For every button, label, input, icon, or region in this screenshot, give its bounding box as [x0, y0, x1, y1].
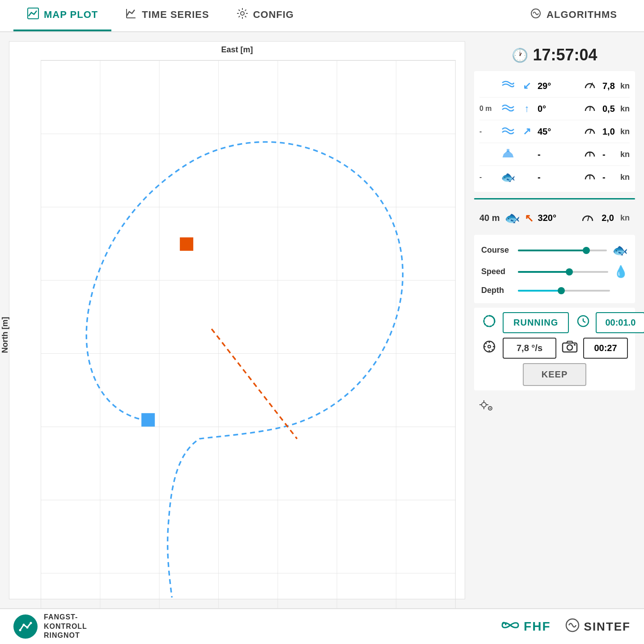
- svg-line-26: [590, 106, 590, 111]
- fhf-text: FHF: [524, 619, 551, 634]
- current-0m-unit: kn: [620, 104, 630, 114]
- timer-clock-icon: [576, 314, 590, 331]
- svg-point-56: [26, 626, 29, 628]
- speed-track[interactable]: [518, 271, 608, 273]
- current-0m-speed: 0,5: [602, 104, 617, 114]
- wind-unit: kn: [620, 81, 630, 91]
- course-slider-row: Course 🐟: [481, 239, 628, 261]
- sensor-rows: ↙ 29° 7,8 kn 0 m ↑ 0°: [474, 71, 635, 192]
- svg-point-54: [19, 629, 21, 631]
- speed-thumb[interactable]: [566, 268, 573, 275]
- current-0m-gauge: [584, 101, 596, 116]
- current-0m-row: 0 m ↑ 0° 0,5 kn: [479, 97, 630, 120]
- time-display: 🕐 17:57:04: [474, 41, 635, 67]
- nav-config-label: CONFIG: [253, 9, 294, 21]
- svg-rect-24: [141, 413, 155, 427]
- fhf-infinity-icon: [500, 619, 520, 635]
- rate-display: 7,8 °/s: [503, 338, 556, 359]
- current-0m-arrow: ↑: [520, 103, 534, 114]
- clock-icon: 🕐: [512, 47, 528, 63]
- ship-row: - - kn: [479, 143, 630, 166]
- fish-depth-gauge: [581, 210, 594, 226]
- sliders-section: Course 🐟 Speed 💧 Depth: [474, 235, 635, 303]
- current-0m-angle: 0°: [538, 104, 564, 114]
- sintef-text: SINTEF: [584, 620, 631, 634]
- time-series-icon: [125, 7, 137, 23]
- time2-display: 00:27: [583, 338, 628, 359]
- x-axis-title: East [m]: [221, 45, 253, 55]
- ship-icon: [500, 147, 516, 162]
- current-time: 17:57:04: [533, 46, 597, 64]
- speed-label: Speed: [481, 267, 513, 276]
- config-icon: [236, 7, 249, 23]
- svg-point-3: [241, 12, 244, 15]
- wind-angle: 29°: [538, 81, 564, 91]
- fish-depth-icon: 🐟: [504, 211, 520, 225]
- logo-circle: [13, 614, 38, 639]
- ship-gauge: [584, 147, 596, 162]
- course-thumb[interactable]: [583, 247, 590, 254]
- nav-map-plot[interactable]: MAP PLOT: [13, 0, 111, 31]
- controls-row-1: RUNNING 00:01.0: [481, 312, 628, 333]
- fhf-logo: FHF: [500, 619, 551, 635]
- ship-angle: -: [538, 149, 564, 160]
- svg-point-52: [490, 408, 491, 409]
- current-0m-icon: [500, 102, 516, 116]
- nav-algorithms[interactable]: ALGORITHMS: [516, 0, 631, 31]
- current-2-speed: 1,0: [602, 127, 617, 137]
- nav-config[interactable]: CONFIG: [223, 0, 308, 31]
- svg-rect-23: [180, 237, 193, 251]
- depth-track[interactable]: [518, 290, 610, 292]
- timer-display: 00:01.0: [596, 312, 644, 333]
- svg-point-36: [488, 345, 491, 348]
- course-track[interactable]: [518, 250, 607, 251]
- map-plot-area: East [m] North [m] 485.7 409.2 332.7 256…: [9, 41, 465, 599]
- current-2-depth: -: [479, 127, 496, 136]
- controls-row-2: 7,8 °/s 00:27: [481, 338, 628, 359]
- svg-line-27: [590, 129, 591, 134]
- speed-drop-icon: 💧: [614, 265, 628, 279]
- nav-time-series[interactable]: TIME SERIES: [111, 0, 222, 31]
- running-button[interactable]: RUNNING: [503, 312, 569, 333]
- fish-depth-unit: kn: [620, 213, 630, 223]
- logo-line2: KONTROLL: [44, 622, 87, 631]
- depth-slider-row: Depth: [481, 282, 628, 299]
- current-0m-depth: 0 m: [479, 105, 496, 113]
- top-navigation: MAP PLOT TIME SERIES CONFIG ALGO: [0, 0, 644, 32]
- keep-button[interactable]: KEEP: [523, 363, 586, 386]
- course-fish-icon: 🐟: [612, 243, 628, 258]
- svg-point-46: [482, 402, 486, 407]
- fish-sonar-row: - 🐟 - - kn: [479, 166, 630, 188]
- logo-text: FANGST- KONTROLL RINGNOT: [44, 613, 87, 640]
- controls-section: RUNNING 00:01.0 7,8 °/s 00:27 KEEP: [474, 308, 635, 390]
- ship-speed: -: [602, 149, 617, 160]
- svg-point-55: [23, 623, 25, 626]
- bottom-bar: FANGST- KONTROLL RINGNOT FHF SINTEF: [0, 608, 644, 644]
- fish-sonar-unit: kn: [620, 173, 630, 182]
- wind-arrow: ↙: [520, 80, 534, 92]
- nav-time-series-label: TIME SERIES: [142, 9, 209, 21]
- svg-point-57: [30, 622, 32, 624]
- nav-map-plot-label: MAP PLOT: [44, 9, 98, 21]
- fish-sonar-angle: -: [538, 172, 564, 182]
- running-spin-icon: [481, 313, 497, 333]
- svg-line-41: [486, 343, 487, 344]
- wind-speed: 7,8: [602, 81, 617, 91]
- fish-depth-arrow: ↖: [525, 212, 534, 225]
- sintef-icon: [564, 617, 580, 636]
- separator: [474, 198, 635, 199]
- svg-line-34: [583, 321, 585, 322]
- camera-icon: [562, 339, 578, 357]
- speed-fill: [518, 271, 568, 273]
- fish-depth-speed: 2,0: [602, 213, 614, 223]
- logo-line3: RINGNOT: [44, 631, 87, 640]
- chart-container: East [m] North [m] 485.7 409.2 332.7 256…: [9, 42, 465, 628]
- fish-sonar-icon: 🐟: [500, 170, 516, 184]
- depth-thumb[interactable]: [558, 287, 565, 294]
- gps-icon: [479, 399, 494, 416]
- main-content: East [m] North [m] 485.7 409.2 332.7 256…: [0, 32, 644, 608]
- fish-depth-row: 40 m 🐟 ↖ 320° 2,0 kn: [474, 206, 635, 230]
- current-2-icon: [500, 125, 516, 139]
- chart-svg: 485.7 409.2 332.7 256.3 179.8 103.3 26.8…: [41, 59, 456, 610]
- depth-label: Depth: [481, 286, 513, 295]
